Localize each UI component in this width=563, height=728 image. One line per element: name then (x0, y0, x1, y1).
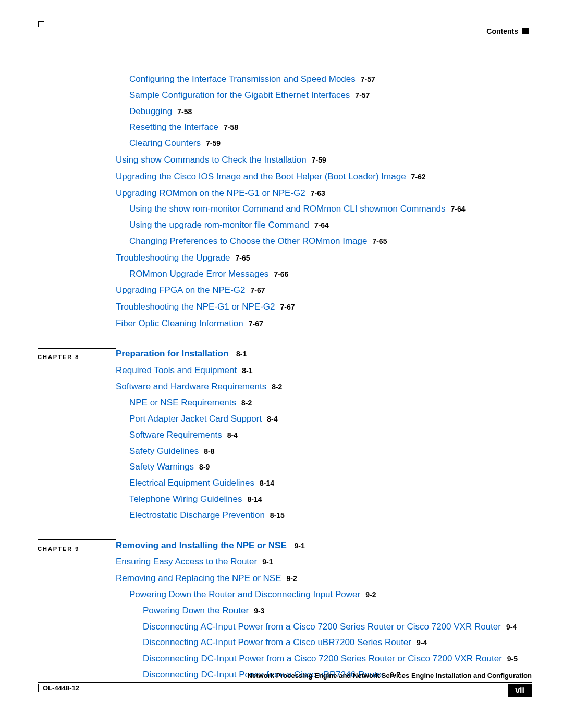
toc-entry-page: 8-2 (272, 382, 282, 391)
toc-entry-text: NPE or NSE Requirements (129, 398, 236, 408)
toc-entry-page: 8-4 (267, 415, 277, 423)
toc-entry[interactable]: Safety Guidelines8-8 (116, 445, 532, 458)
toc-entry[interactable]: Upgrading FPGA on the NPE-G27-67 (116, 284, 532, 297)
chapter-label-text: CHAPTER 9 (38, 546, 79, 552)
toc-entry[interactable]: Removing and Replacing the NPE or NSE9-2 (116, 572, 532, 585)
toc-entry-page: 7-63 (311, 189, 325, 198)
toc-entry[interactable]: Upgrading the Cisco IOS Image and the Bo… (116, 170, 532, 183)
chapter-8-title-row[interactable]: Preparation for Installation 8-1 (116, 348, 532, 360)
toc-entry-text: Electrical Equipment Guidelines (129, 478, 254, 488)
chapter-9-title-row[interactable]: Removing and Installing the NPE or NSE 9… (116, 539, 532, 552)
toc-entry-text: Safety Warnings (129, 462, 194, 472)
chapter-8-title: Preparation for Installation (116, 349, 228, 359)
toc-entry-page: 7-59 (206, 139, 221, 147)
toc-entry-page: 9-2 (287, 574, 297, 583)
toc-entry[interactable]: Safety Warnings8-9 (116, 461, 532, 473)
footer-doc-id: OL-4448-12 (38, 684, 79, 692)
toc-entry-text: Disconnecting AC-Input Power from a Cisc… (143, 622, 501, 632)
toc-entry-page: 8-14 (260, 479, 274, 487)
toc-entry-page: 7-64 (451, 205, 466, 213)
chapter-8-label: CHAPTER 8 (38, 348, 116, 360)
toc-entry-text: Clearing Counters (129, 138, 201, 148)
toc-entry-text: Electrostatic Discharge Prevention (129, 510, 265, 520)
toc-entry[interactable]: ROMmon Upgrade Error Messages7-66 (116, 268, 532, 280)
toc-entry-text: Troubleshooting the Upgrade (116, 253, 230, 263)
toc-entry[interactable]: Using show Commands to Check the Install… (116, 154, 532, 166)
toc-entry[interactable]: Software Requirements8-4 (116, 429, 532, 441)
toc-entry-text: Safety Guidelines (129, 446, 199, 456)
chapter-9-title: Removing and Installing the NPE or NSE (116, 540, 287, 550)
toc-entry[interactable]: Troubleshooting the Upgrade7-65 (116, 252, 532, 264)
toc-entry[interactable]: Software and Hardware Requirements8-2 (116, 380, 532, 393)
toc-entry[interactable]: Required Tools and Equipment8-1 (116, 364, 532, 377)
toc-entry[interactable]: Disconnecting AC-Input Power from a Cisc… (116, 621, 532, 633)
toc-entry-page: 8-2 (241, 399, 252, 407)
toc-entry[interactable]: Disconnecting AC-Input Power from a Cisc… (116, 636, 532, 649)
page-footer: Network Processing Engine and Network Se… (38, 672, 532, 697)
toc-entry[interactable]: Ensuring Easy Access to the Router9-1 (116, 556, 532, 568)
chapter-8-entries: Required Tools and Equipment8-1Software … (116, 364, 532, 522)
toc-entry-page: 7-64 (314, 221, 329, 229)
toc-entry[interactable]: Clearing Counters7-59 (116, 137, 532, 150)
chapter-9-entries: Ensuring Easy Access to the Router9-1Rem… (116, 556, 532, 681)
chapter-9-title-page: 9-1 (295, 541, 305, 550)
toc-entry[interactable]: Sample Configuration for the Gigabit Eth… (116, 89, 532, 102)
toc-entry-text: Sample Configuration for the Gigabit Eth… (129, 90, 350, 100)
toc-entry[interactable]: Port Adapter Jacket Card Support8-4 (116, 413, 532, 425)
toc-entry-text: Disconnecting DC-Input Power from a Cisc… (143, 653, 502, 663)
toc-entry[interactable]: Upgrading ROMmon on the NPE-G1 or NPE-G2… (116, 187, 532, 200)
toc-entry[interactable]: Resetting the Interface7-58 (116, 121, 532, 133)
toc-entry-page: 8-14 (247, 495, 262, 503)
toc-entry-text: Software Requirements (129, 430, 222, 440)
toc-entry-page: 7-58 (177, 107, 192, 116)
toc-continuation: Configuring the Interface Transmission a… (116, 73, 532, 330)
toc-entry-text: Removing and Replacing the NPE or NSE (116, 573, 282, 583)
toc-entry-text: Using the show rom-monitor Command and R… (129, 204, 446, 214)
toc-entry-page: 7-58 (224, 123, 238, 131)
toc-entry-text: Powering Down the Router (143, 606, 249, 615)
toc-entry-page: 7-57 (355, 91, 370, 100)
toc-entry[interactable]: Configuring the Interface Transmission a… (116, 73, 532, 85)
toc-entry-page: 7-66 (274, 270, 288, 278)
toc-entry-page: 8-9 (199, 463, 210, 471)
toc-entry[interactable]: Electrostatic Discharge Prevention8-15 (116, 509, 532, 522)
toc-entry-page: 7-65 (236, 254, 250, 262)
toc-entry-text: Required Tools and Equipment (116, 365, 237, 375)
toc-entry-text: Ensuring Easy Access to the Router (116, 557, 257, 566)
toc-entry-text: Port Adapter Jacket Card Support (129, 414, 262, 424)
header-label: Contents (486, 27, 518, 35)
toc-entry-page: 7-67 (280, 303, 295, 311)
running-header: Contents (486, 27, 529, 35)
toc-entry-text: Telephone Wiring Guidelines (129, 494, 242, 504)
toc-entry[interactable]: Debugging7-58 (116, 105, 532, 118)
toc-entry[interactable]: Using the upgrade rom-monitor file Comma… (116, 219, 532, 231)
toc-entry[interactable]: Fiber Optic Cleaning Information7-67 (116, 317, 532, 330)
toc-entry[interactable]: Using the show rom-monitor Command and R… (116, 203, 532, 215)
toc-entry-text: Changing Preferences to Choose the Other… (129, 236, 367, 246)
toc-entry-text: Using the upgrade rom-monitor file Comma… (129, 220, 309, 230)
toc-entry[interactable]: NPE or NSE Requirements8-2 (116, 397, 532, 409)
toc-entry[interactable]: Telephone Wiring Guidelines8-14 (116, 493, 532, 505)
toc-entry-page: 9-3 (254, 607, 264, 615)
toc-entry-text: Disconnecting AC-Input Power from a Cisc… (143, 637, 411, 647)
toc-entry-page: 8-15 (270, 511, 285, 520)
toc-entry-page: 7-57 (361, 75, 375, 83)
toc-entry-text: Using show Commands to Check the Install… (116, 155, 307, 165)
toc-entry[interactable]: Electrical Equipment Guidelines8-14 (116, 477, 532, 489)
toc-entry-text: ROMmon Upgrade Error Messages (129, 269, 268, 279)
chapter-9-label: CHAPTER 9 (38, 539, 116, 552)
toc-entry-text: Debugging (129, 106, 172, 116)
toc-entry-page: 9-4 (417, 638, 427, 647)
footer-page-number: vii (508, 684, 532, 697)
toc-entry[interactable]: Powering Down the Router and Disconnecti… (116, 588, 532, 601)
toc-entry[interactable]: Changing Preferences to Choose the Other… (116, 235, 532, 248)
toc-entry-text: Software and Hardware Requirements (116, 381, 266, 391)
toc-entry[interactable]: Powering Down the Router9-3 (116, 604, 532, 617)
toc-entry[interactable]: Disconnecting DC-Input Power from a Cisc… (116, 652, 532, 665)
header-square-icon (522, 28, 529, 34)
chapter-label-text: CHAPTER 8 (38, 354, 79, 360)
chapter-8-title-page: 8-1 (236, 350, 247, 358)
toc-entry-page: 9-2 (365, 590, 376, 599)
toc-entry[interactable]: Troubleshooting the NPE-G1 or NPE-G27-67 (116, 301, 532, 313)
toc-entry-text: Upgrading FPGA on the NPE-G2 (116, 285, 246, 295)
